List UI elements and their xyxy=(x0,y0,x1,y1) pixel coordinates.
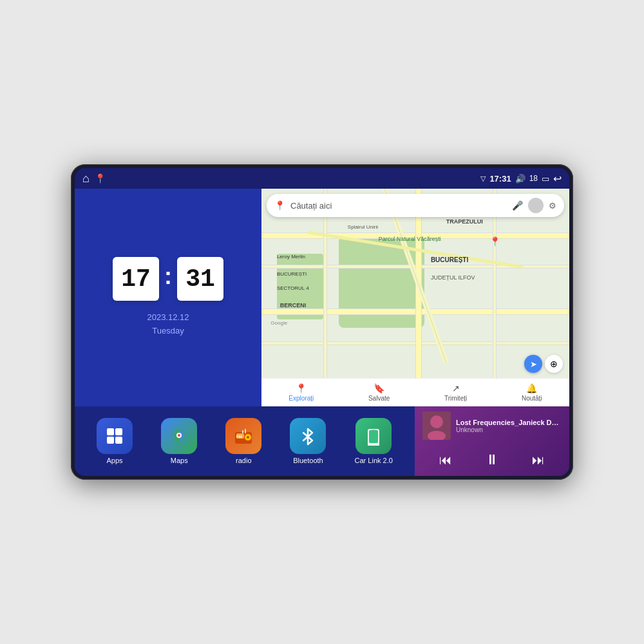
send-icon: ↗ xyxy=(452,383,460,393)
svg-text:FM: FM xyxy=(236,435,242,439)
svg-text:Splairul Unirii: Splairul Unirii xyxy=(348,224,378,230)
music-thumbnail xyxy=(422,412,451,440)
saved-icon: 🔖 xyxy=(374,383,384,393)
svg-text:TRAPEZULUI: TRAPEZULUI xyxy=(446,218,483,225)
battery-icon: ▭ xyxy=(542,174,549,184)
map-bottom-bar: 📍 Explorați 🔖 Salvate ↗ Trimiteți 🔔 xyxy=(261,378,569,406)
music-info: Lost Frequencies_Janieck Devy-... Unknow… xyxy=(422,412,562,440)
map-nav-saved[interactable]: 🔖 Salvate xyxy=(368,383,390,402)
svg-rect-15 xyxy=(115,428,122,435)
bluetooth-icon xyxy=(290,418,326,454)
bottom-section: Apps Maps xyxy=(75,406,569,476)
device-screen: ⌂ 📍 ▽ 17:31 🔊 18 ▭ ↩ 17 : xyxy=(75,168,569,476)
svg-text:BUCUREȘTI: BUCUREȘTI xyxy=(431,256,469,263)
news-label: Noutăți xyxy=(522,395,542,402)
carlink-icon xyxy=(355,418,392,454)
status-right-info: ▽ 17:31 🔊 18 ▭ ↩ xyxy=(480,173,562,185)
svg-text:Google: Google xyxy=(270,320,287,326)
clock-date: 2023.12.12 Tuesday xyxy=(147,311,189,338)
carlink-label: Car Link 2.0 xyxy=(355,457,393,464)
app-carlink-button[interactable]: Car Link 2.0 xyxy=(355,418,393,464)
clock-hour: 17 xyxy=(113,257,159,301)
map-search-bar[interactable]: 📍 Căutați aici 🎤 ⚙ xyxy=(267,194,564,217)
explore-icon: 📍 xyxy=(296,383,307,393)
app-maps-button[interactable]: Maps xyxy=(161,418,197,464)
svg-rect-14 xyxy=(107,428,114,435)
svg-rect-30 xyxy=(372,430,375,431)
svg-point-32 xyxy=(430,415,443,428)
svg-rect-26 xyxy=(245,429,246,433)
next-button[interactable]: ⏭ xyxy=(527,450,550,470)
music-artist: Unknown xyxy=(456,426,562,433)
radio-icon: FM xyxy=(225,418,261,454)
saved-label: Salvate xyxy=(368,395,390,402)
top-section: 17 : 31 2023.12.12 Tuesday xyxy=(75,189,569,406)
music-text: Lost Frequencies_Janieck Devy-... Unknow… xyxy=(456,419,562,433)
news-icon: 🔔 xyxy=(526,383,537,393)
send-label: Trimiteți xyxy=(444,395,467,402)
app-apps-button[interactable]: Apps xyxy=(97,418,133,464)
music-title: Lost Frequencies_Janieck Devy-... xyxy=(456,419,562,426)
road-v3 xyxy=(493,189,497,406)
play-pause-button[interactable]: ⏸ xyxy=(480,449,504,471)
svg-rect-16 xyxy=(107,437,114,444)
map-search-text: Căutați aici xyxy=(290,201,507,211)
svg-rect-25 xyxy=(242,430,243,433)
map-navigate-btn[interactable]: ➤ xyxy=(524,355,542,373)
road-v1 xyxy=(323,189,327,406)
apps-icon xyxy=(97,418,133,454)
main-content: 17 : 31 2023.12.12 Tuesday xyxy=(75,189,569,476)
maps-icon xyxy=(161,418,197,454)
car-display-device: ⌂ 📍 ▽ 17:31 🔊 18 ▭ ↩ 17 : xyxy=(71,164,573,480)
prev-button[interactable]: ⏮ xyxy=(434,450,457,470)
home-icon[interactable]: ⌂ xyxy=(82,172,90,185)
map-widget[interactable]: Parcul Natural Văcărești Leroy Merlin BU… xyxy=(261,189,569,406)
clock-display: 17 : 31 xyxy=(113,257,223,301)
status-time: 17:31 xyxy=(489,174,511,184)
bluetooth-label: Bluetooth xyxy=(293,457,323,464)
svg-text:JUDEȚUL ILFOV: JUDEȚUL ILFOV xyxy=(431,274,475,281)
music-controls: ⏮ ⏸ ⏭ xyxy=(422,449,562,471)
maps-shortcut-icon[interactable]: 📍 xyxy=(95,173,106,184)
status-left-icons: ⌂ 📍 xyxy=(82,172,106,185)
svg-rect-28 xyxy=(369,430,378,443)
clock-colon: : xyxy=(164,263,172,290)
app-radio-button[interactable]: FM radio xyxy=(225,418,261,464)
map-nav-send[interactable]: ↗ Trimiteți xyxy=(444,383,467,402)
battery-level: 18 xyxy=(529,174,538,183)
map-compass-btn[interactable]: ⊕ xyxy=(545,355,563,373)
compass-icon: ⊕ xyxy=(550,359,558,369)
maps-label: Maps xyxy=(171,457,188,464)
apps-label: Apps xyxy=(107,457,123,464)
radio-label: radio xyxy=(236,457,251,464)
map-settings-icon[interactable]: ⚙ xyxy=(549,201,556,211)
map-nav-news[interactable]: 🔔 Noutăți xyxy=(522,383,542,402)
explore-label: Explorați xyxy=(289,395,314,402)
map-voice-icon[interactable]: 🎤 xyxy=(512,200,523,211)
svg-point-24 xyxy=(247,436,249,439)
map-area: Parcul Natural Văcărești Leroy Merlin BU… xyxy=(261,189,569,406)
back-button[interactable]: ↩ xyxy=(553,173,562,185)
map-pin-icon: 📍 xyxy=(274,200,285,211)
svg-point-19 xyxy=(178,434,180,437)
status-bar: ⌂ 📍 ▽ 17:31 🔊 18 ▭ ↩ xyxy=(75,168,569,189)
navigate-icon: ➤ xyxy=(530,359,537,369)
map-nav-explore[interactable]: 📍 Explorați xyxy=(289,383,314,402)
music-player: Lost Frequencies_Janieck Devy-... Unknow… xyxy=(415,406,569,476)
volume-icon: 🔊 xyxy=(515,174,526,184)
apps-section: Apps Maps xyxy=(75,406,415,476)
signal-icon: ▽ xyxy=(480,175,486,183)
map-avatar[interactable] xyxy=(528,198,544,213)
clock-minute: 31 xyxy=(177,257,223,301)
road-v2 xyxy=(415,189,422,406)
clock-widget: 17 : 31 2023.12.12 Tuesday xyxy=(75,189,261,406)
app-bluetooth-button[interactable]: Bluetooth xyxy=(290,418,326,464)
svg-rect-17 xyxy=(115,437,122,444)
